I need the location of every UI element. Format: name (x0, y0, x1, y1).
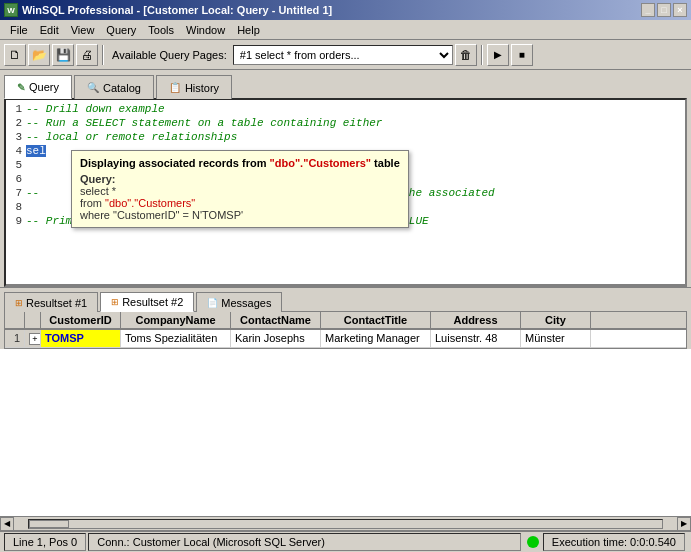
tooltip-select: select * (80, 185, 116, 197)
menu-window[interactable]: Window (180, 22, 231, 38)
window-title: WinSQL Professional - [Customer Local: Q… (22, 4, 332, 16)
editor-area: 1 -- Drill down example 2 -- Run a SELEC… (4, 98, 687, 287)
scroll-right-button[interactable]: ▶ (677, 517, 691, 531)
tab-catalog[interactable]: 🔍 Catalog (74, 75, 154, 99)
horizontal-scrollbar[interactable]: ◀ ▶ (0, 516, 691, 530)
stop-button[interactable]: ■ (511, 44, 533, 66)
app-window: W WinSQL Professional - [Customer Local:… (0, 0, 691, 552)
scroll-thumb[interactable] (29, 520, 69, 528)
toolbar-separator-2 (481, 45, 483, 65)
query-select[interactable]: #1 select * from orders... (233, 45, 453, 65)
code-line-1: 1 -- Drill down example (8, 102, 683, 116)
tooltip-query: Query: select * from "dbo"."Customers" w… (80, 173, 400, 221)
line-num-3: 3 (8, 130, 26, 144)
result-tab-2-label: Resultset #2 (122, 296, 183, 308)
cell-address: Luisenstr. 48 (431, 330, 521, 347)
menu-tools[interactable]: Tools (142, 22, 180, 38)
status-execution: Execution time: 0:0:0.540 (543, 533, 685, 551)
app-icon: W (4, 3, 18, 17)
tooltip-popup: Displaying associated records from "dbo"… (71, 150, 409, 228)
query-tab-icon: ✎ (17, 82, 25, 93)
query-pages-label: Available Query Pages: (112, 49, 227, 61)
header-contacttitle: ContactTitle (321, 312, 431, 328)
tooltip-from-string: "dbo"."Customers" (105, 197, 195, 209)
execution-text: Execution time: 0:0:0.540 (552, 536, 676, 548)
maximize-button[interactable]: □ (657, 3, 671, 17)
table-row[interactable]: 1 + TOMSP Toms Spezialitäten Karin Josep… (5, 330, 686, 348)
titlebar-buttons: _ □ × (641, 3, 687, 17)
line-num-4: 4 (8, 144, 26, 158)
tab-history[interactable]: 📋 History (156, 75, 232, 99)
result-tab-1[interactable]: ⊞ Resultset #1 (4, 292, 98, 312)
run-button[interactable]: ▶ (487, 44, 509, 66)
grid-header: CustomerID CompanyName ContactName Conta… (5, 312, 686, 330)
expand-button[interactable]: + (29, 333, 41, 345)
customerid-value: TOMSP (45, 332, 84, 344)
line-num-7: 7 (8, 186, 26, 200)
menu-help[interactable]: Help (231, 22, 266, 38)
result-tabs: ⊞ Resultset #1 ⊞ Resultset #2 📄 Messages (0, 287, 691, 311)
code-editor[interactable]: 1 -- Drill down example 2 -- Run a SELEC… (6, 100, 685, 285)
history-tab-icon: 📋 (169, 82, 181, 93)
menubar: File Edit View Query Tools Window Help (0, 20, 691, 40)
line-content-3: -- local or remote relationships (26, 130, 683, 144)
tooltip-header: Displaying associated records from "dbo"… (80, 157, 400, 169)
resultset2-icon: ⊞ (111, 297, 119, 307)
header-companyname: CompanyName (121, 312, 231, 328)
toolbar: 🗋 📂 💾 🖨 Available Query Pages: #1 select… (0, 40, 691, 70)
status-connection: Conn.: Customer Local (Microsoft SQL Ser… (88, 533, 521, 551)
connection-indicator (527, 536, 539, 548)
menu-edit[interactable]: Edit (34, 22, 65, 38)
tooltip-from: from "dbo"."Customers" (80, 197, 195, 209)
cell-companyname: Toms Spezialitäten (121, 330, 231, 347)
tab-history-label: History (185, 82, 219, 94)
empty-grid-area (0, 349, 691, 516)
line-content-2: -- Run a SELECT statement on a table con… (26, 116, 683, 130)
grid-area: CustomerID CompanyName ContactName Conta… (0, 311, 691, 530)
cell-row-num: 1 (5, 330, 25, 347)
close-button[interactable]: × (673, 3, 687, 17)
menu-view[interactable]: View (65, 22, 101, 38)
tab-catalog-label: Catalog (103, 82, 141, 94)
menu-query[interactable]: Query (100, 22, 142, 38)
titlebar-left: W WinSQL Professional - [Customer Local:… (4, 3, 332, 17)
code-line-3: 3 -- local or remote relationships (8, 130, 683, 144)
catalog-tab-icon: 🔍 (87, 82, 99, 93)
result-tab-messages-label: Messages (221, 297, 271, 309)
header-city: City (521, 312, 591, 328)
tab-query-label: Query (29, 81, 59, 93)
titlebar: W WinSQL Professional - [Customer Local:… (0, 0, 691, 20)
scroll-track[interactable] (28, 519, 663, 529)
result-tab-messages[interactable]: 📄 Messages (196, 292, 282, 312)
main-tabs: ✎ Query 🔍 Catalog 📋 History (0, 70, 691, 98)
code-line-2: 2 -- Run a SELECT statement on a table c… (8, 116, 683, 130)
header-row-num (5, 312, 25, 328)
scroll-left-button[interactable]: ◀ (0, 517, 14, 531)
header-expand (25, 312, 41, 328)
cell-expand[interactable]: + (25, 330, 41, 347)
header-address: Address (431, 312, 521, 328)
cell-city: Münster (521, 330, 591, 347)
save-button[interactable]: 💾 (52, 44, 74, 66)
messages-icon: 📄 (207, 298, 218, 308)
cell-customerid: TOMSP (41, 330, 121, 347)
new-button[interactable]: 🗋 (4, 44, 26, 66)
tab-query[interactable]: ✎ Query (4, 75, 72, 99)
header-customerid: CustomerID (41, 312, 121, 328)
menu-file[interactable]: File (4, 22, 34, 38)
selected-text: sel (26, 145, 46, 157)
result-tab-2[interactable]: ⊞ Resultset #2 (100, 292, 194, 312)
line-content-1: -- Drill down example (26, 102, 683, 116)
line-num-9: 9 (8, 214, 26, 228)
minimize-button[interactable]: _ (641, 3, 655, 17)
open-button[interactable]: 📂 (28, 44, 50, 66)
datagrid: CustomerID CompanyName ContactName Conta… (4, 311, 687, 349)
line-num-6: 6 (8, 172, 26, 186)
print-button[interactable]: 🖨 (76, 44, 98, 66)
result-tab-1-label: Resultset #1 (26, 297, 87, 309)
main-content: 1 -- Drill down example 2 -- Run a SELEC… (0, 98, 691, 552)
header-contactname: ContactName (231, 312, 321, 328)
delete-query-button[interactable]: 🗑 (455, 44, 477, 66)
cell-contacttitle: Marketing Manager (321, 330, 431, 347)
line-num-8: 8 (8, 200, 26, 214)
